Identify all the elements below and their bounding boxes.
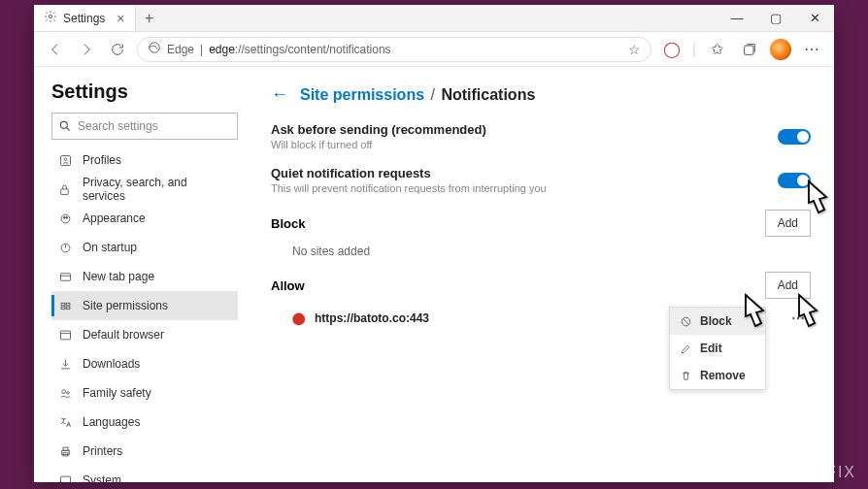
- nav-list: Profiles Privacy, search, and services A…: [51, 146, 238, 482]
- new-tab-button[interactable]: +: [136, 10, 163, 27]
- download-icon: [57, 356, 73, 372]
- sidebar-item-startup[interactable]: On startup: [51, 233, 238, 262]
- allow-label: Allow: [271, 278, 305, 293]
- setting-description: This will prevent notification requests …: [271, 182, 547, 194]
- sidebar: Settings Search settings Profiles Privac…: [34, 67, 248, 482]
- sidebar-item-label: Printers: [83, 444, 122, 458]
- sidebar-item-newtab[interactable]: New tab page: [51, 262, 238, 291]
- svg-point-7: [61, 214, 70, 223]
- content-area: Settings Search settings Profiles Privac…: [34, 67, 834, 482]
- menu-remove[interactable]: Remove: [670, 362, 765, 389]
- breadcrumb-separator: /: [431, 86, 435, 103]
- ublock-icon[interactable]: ◯: [659, 37, 684, 62]
- sidebar-item-label: Downloads: [83, 357, 140, 371]
- watermark: UGETFIX: [776, 464, 856, 481]
- refresh-button[interactable]: [106, 38, 129, 61]
- browser-window: Settings × + — ▢ ✕ Edge | edge://setting…: [34, 5, 834, 482]
- edge-icon: [148, 41, 161, 57]
- sidebar-item-label: On startup: [83, 241, 137, 254]
- menu-button[interactable]: ⋯: [799, 37, 824, 62]
- address-bar[interactable]: Edge | edge://settings/content/notificat…: [137, 37, 651, 62]
- sidebar-item-default-browser[interactable]: Default browser: [51, 320, 238, 349]
- breadcrumb-current: Notifications: [441, 86, 535, 103]
- forward-button[interactable]: [75, 38, 98, 61]
- svg-rect-13: [66, 303, 70, 306]
- gear-icon: [44, 10, 57, 26]
- address-url: edge://settings/content/notifications: [209, 43, 390, 56]
- search-input[interactable]: Search settings: [51, 113, 238, 140]
- sidebar-item-privacy[interactable]: Privacy, search, and services: [51, 175, 238, 204]
- svg-point-5: [64, 158, 67, 161]
- address-separator: |: [200, 43, 203, 56]
- svg-rect-2: [745, 46, 753, 54]
- svg-point-18: [66, 391, 69, 394]
- search-placeholder: Search settings: [78, 119, 158, 133]
- cursor-icon: [738, 291, 777, 340]
- favorites-icon[interactable]: ✩: [704, 37, 729, 62]
- ask-before-sending-setting: Ask before sending (recommended) Will bl…: [271, 122, 811, 150]
- svg-rect-11: [60, 273, 70, 280]
- collections-icon[interactable]: [737, 37, 762, 62]
- sidebar-item-label: Profiles: [83, 153, 121, 167]
- sidebar-item-appearance[interactable]: Appearance: [51, 204, 238, 233]
- cursor-icon: [801, 178, 840, 226]
- site-url: https://batoto.co:443: [315, 311, 429, 325]
- sidebar-item-site-permissions[interactable]: Site permissions: [51, 291, 238, 320]
- tab-close-button[interactable]: ×: [117, 11, 124, 26]
- browser-icon: [57, 327, 73, 342]
- allow-site-row: ⬤ https://batoto.co:443 ⋯ Block Edit Rem…: [271, 307, 811, 330]
- close-window-button[interactable]: ✕: [795, 5, 834, 32]
- setting-title: Ask before sending (recommended): [271, 122, 486, 137]
- ask-toggle[interactable]: [778, 129, 811, 145]
- svg-rect-12: [61, 303, 65, 306]
- block-empty-text: No sites added: [271, 244, 811, 258]
- setting-title: Quiet notification requests: [271, 166, 547, 180]
- profile-icon: [57, 152, 73, 168]
- svg-rect-16: [60, 331, 70, 340]
- minimize-button[interactable]: —: [718, 5, 756, 32]
- favorite-button[interactable]: ☆: [628, 42, 641, 57]
- svg-point-17: [61, 389, 65, 393]
- sidebar-item-languages[interactable]: Languages: [51, 408, 238, 437]
- back-arrow-button[interactable]: ←: [271, 84, 288, 105]
- block-section-header: Block Add: [271, 210, 811, 237]
- svg-rect-6: [61, 188, 69, 194]
- cursor-icon: [791, 291, 830, 340]
- svg-rect-22: [60, 476, 70, 482]
- separator: |: [692, 41, 696, 58]
- sidebar-item-system[interactable]: System: [51, 466, 238, 482]
- svg-point-0: [49, 15, 52, 18]
- svg-rect-20: [63, 447, 68, 450]
- power-icon: [57, 240, 73, 255]
- sidebar-item-label: Appearance: [83, 212, 146, 225]
- quiet-requests-setting: Quiet notification requests This will pr…: [271, 166, 811, 194]
- printer-icon: [57, 443, 73, 459]
- alert-icon: ⬤: [292, 311, 305, 325]
- sidebar-item-label: Site permissions: [83, 299, 168, 312]
- maximize-button[interactable]: ▢: [756, 5, 795, 32]
- main-panel: ← Site permissions / Notifications Ask b…: [248, 67, 834, 482]
- sidebar-item-label: Privacy, search, and services: [83, 176, 232, 203]
- lock-icon: [57, 181, 73, 197]
- svg-rect-14: [61, 307, 65, 310]
- sidebar-item-label: Languages: [83, 415, 140, 429]
- sidebar-item-label: Default browser: [83, 328, 164, 342]
- language-icon: [57, 414, 73, 430]
- allow-section-header: Allow Add: [271, 272, 811, 299]
- sidebar-item-label: New tab page: [83, 270, 154, 283]
- back-button[interactable]: [44, 38, 67, 61]
- sidebar-item-downloads[interactable]: Downloads: [51, 349, 238, 378]
- sidebar-item-profiles[interactable]: Profiles: [51, 146, 238, 175]
- sidebar-item-printers[interactable]: Printers: [51, 437, 238, 466]
- sidebar-item-family[interactable]: Family safety: [51, 378, 238, 408]
- setting-description: Will block if turned off: [271, 139, 486, 150]
- profile-avatar[interactable]: [770, 39, 791, 60]
- sidebar-item-label: Family safety: [83, 386, 151, 400]
- system-icon: [57, 473, 73, 482]
- settings-heading: Settings: [51, 81, 238, 103]
- sidebar-item-label: System: [83, 473, 121, 482]
- breadcrumb-parent[interactable]: Site permissions: [300, 86, 424, 103]
- permissions-icon: [57, 298, 73, 313]
- block-label: Block: [271, 216, 305, 231]
- browser-tab[interactable]: Settings ×: [34, 5, 136, 32]
